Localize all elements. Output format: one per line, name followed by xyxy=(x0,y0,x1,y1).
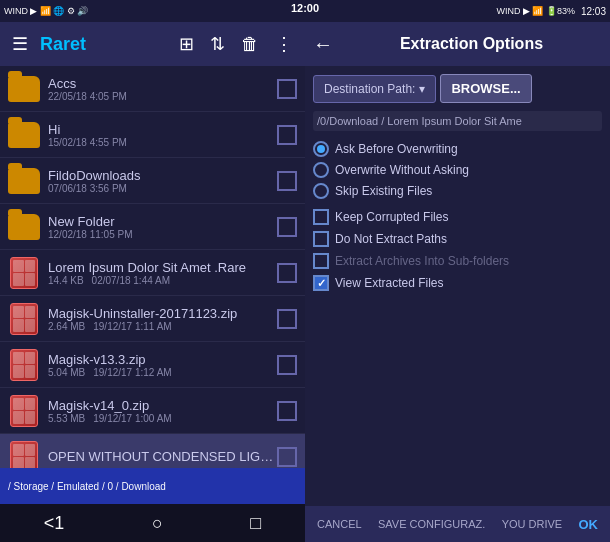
file-list: Accs 22/05/18 4:05 PM Hi 15/02/18 4:55 P… xyxy=(0,66,305,468)
file-checkbox-1[interactable] xyxy=(277,125,297,145)
file-name: New Folder xyxy=(48,214,277,229)
status-time: 12:00 xyxy=(291,2,319,14)
radio-inner-selected xyxy=(317,145,325,153)
save-button[interactable]: SAVE CONFIGURAZ. xyxy=(372,514,491,534)
zip-icon xyxy=(8,257,40,289)
list-item[interactable]: FildoDownloads 07/06/18 3:56 PM xyxy=(0,158,305,204)
bottom-bar-right: CANCEL SAVE CONFIGURAZ. YOU DRIVE OK xyxy=(305,506,610,542)
back-nav[interactable]: <1 xyxy=(44,513,65,534)
zip-icon xyxy=(8,349,40,381)
list-item[interactable]: Magisk-v13.3.zip 5.04 MB 19/12/17 1:12 A… xyxy=(0,342,305,388)
file-checkbox-7[interactable] xyxy=(277,401,297,421)
cb-box xyxy=(313,209,329,225)
file-date: 19/12/17 1:11 AM xyxy=(93,321,171,332)
nav-bar: <1 ○ □ xyxy=(0,504,305,542)
menu-icon[interactable]: ☰ xyxy=(8,29,32,59)
file-checkbox-5[interactable] xyxy=(277,309,297,329)
list-item[interactable]: OPEN WITHOUT CONDENSED LIGHT FONT BY xyxy=(0,434,305,468)
file-info: Magisk-v14_0.zip 5.53 MB 19/12/17 1:00 A… xyxy=(48,398,277,424)
list-item[interactable]: Hi 15/02/18 4:55 PM xyxy=(0,112,305,158)
checkbox-view-extracted[interactable]: ✓ View Extracted Files xyxy=(313,275,602,291)
folder-icon xyxy=(8,165,40,197)
file-info: OPEN WITHOUT CONDENSED LIGHT FONT BY xyxy=(48,449,277,464)
folder-icon xyxy=(8,73,40,105)
cb-box xyxy=(313,231,329,247)
back-icon[interactable]: ← xyxy=(313,33,333,56)
folder-icon xyxy=(8,211,40,243)
radio-outer xyxy=(313,183,329,199)
status-right: WIND ▶ 📶 🔋83% 12:03 xyxy=(496,6,606,17)
file-date: 07/06/18 3:56 PM xyxy=(48,183,127,194)
app-title: Raret xyxy=(40,34,167,55)
dest-label: Destination Path: xyxy=(324,82,415,96)
delete-icon[interactable]: 🗑 xyxy=(237,30,263,59)
file-name: FildoDownloads xyxy=(48,168,277,183)
file-name: Accs xyxy=(48,76,277,91)
radio-overwrite-without[interactable]: Overwrite Without Asking xyxy=(313,162,602,178)
file-meta: 22/05/18 4:05 PM xyxy=(48,91,277,102)
path-display: /0/Download / Lorem Ipsum Dolor Sit Ame xyxy=(313,111,602,131)
file-name: Magisk-Uninstaller-20171123.zip xyxy=(48,306,277,321)
home-nav[interactable]: ○ xyxy=(152,513,163,534)
checkbox-keep-corrupted[interactable]: Keep Corrupted Files xyxy=(313,209,602,225)
file-checkbox-6[interactable] xyxy=(277,355,297,375)
file-size: 14.4 KB xyxy=(48,275,84,286)
file-name: OPEN WITHOUT CONDENSED LIGHT FONT BY xyxy=(48,449,277,464)
file-info: Lorem Ipsum Dolor Sit Amet .Rare 14.4 KB… xyxy=(48,260,277,286)
more-icon[interactable]: ⋮ xyxy=(271,29,297,59)
status-right-text: WIND ▶ 📶 🔋83% xyxy=(496,6,575,16)
cb-box-checked: ✓ xyxy=(313,275,329,291)
radio-label: Ask Before Overwriting xyxy=(335,142,458,156)
zip-icon xyxy=(8,395,40,427)
bottom-bar-left: / Storage / Emulated / 0 / Download xyxy=(0,468,305,504)
radio-skip-existing[interactable]: Skip Existing Files xyxy=(313,183,602,199)
file-date: 19/12/17 1:12 AM xyxy=(93,367,171,378)
checkbox-no-extract-paths[interactable]: Do Not Extract Paths xyxy=(313,231,602,247)
file-meta: 2.64 MB 19/12/17 1:11 AM xyxy=(48,321,277,332)
status-left-text: WIND ▶ 📶 🌐 ⚙ 🔊 xyxy=(4,6,89,16)
list-item[interactable]: New Folder 12/02/18 11:05 PM xyxy=(0,204,305,250)
cancel-button[interactable]: CANCEL xyxy=(311,514,368,534)
right-panel: ← Extraction Options Destination Path: ▾… xyxy=(305,22,610,542)
file-checkbox-2[interactable] xyxy=(277,171,297,191)
folder-icon xyxy=(8,119,40,151)
file-date: 22/05/18 4:05 PM xyxy=(48,91,127,102)
file-date: 19/12/17 1:00 AM xyxy=(93,413,171,424)
file-size: 5.53 MB xyxy=(48,413,85,424)
cb-label: Do Not Extract Paths xyxy=(335,232,447,246)
list-item[interactable]: Magisk-Uninstaller-20171123.zip 2.64 MB … xyxy=(0,296,305,342)
file-name: Magisk-v14_0.zip xyxy=(48,398,277,413)
path-text: / Storage / Emulated / 0 / Download xyxy=(8,481,166,492)
file-info: Hi 15/02/18 4:55 PM xyxy=(48,122,277,148)
status-bar: WIND ▶ 📶 🌐 ⚙ 🔊 12:00 WIND ▶ 📶 🔋83% 12:03 xyxy=(0,0,610,22)
file-info: FildoDownloads 07/06/18 3:56 PM xyxy=(48,168,277,194)
dest-chevron: ▾ xyxy=(419,82,425,96)
file-checkbox-4[interactable] xyxy=(277,263,297,283)
list-item[interactable]: Magisk-v14_0.zip 5.53 MB 19/12/17 1:00 A… xyxy=(0,388,305,434)
status-left: WIND ▶ 📶 🌐 ⚙ 🔊 xyxy=(4,6,89,16)
destination-path-button[interactable]: Destination Path: ▾ xyxy=(313,75,436,103)
file-checkbox-0[interactable] xyxy=(277,79,297,99)
file-date: 12/02/18 11:05 PM xyxy=(48,229,133,240)
file-checkbox-3[interactable] xyxy=(277,217,297,237)
list-item[interactable]: Accs 22/05/18 4:05 PM xyxy=(0,66,305,112)
recent-nav[interactable]: □ xyxy=(250,513,261,534)
grid-icon[interactable]: ⊞ xyxy=(175,29,198,59)
file-meta: 15/02/18 4:55 PM xyxy=(48,137,277,148)
file-date: 02/07/18 1:44 AM xyxy=(92,275,170,286)
file-info: New Folder 12/02/18 11:05 PM xyxy=(48,214,277,240)
file-size: 2.64 MB xyxy=(48,321,85,332)
radio-outer xyxy=(313,141,329,157)
ok-button[interactable]: OK xyxy=(573,513,605,536)
file-meta: 12/02/18 11:05 PM xyxy=(48,229,277,240)
file-name: Hi xyxy=(48,122,277,137)
list-item[interactable]: Lorem Ipsum Dolor Sit Amet .Rare 14.4 KB… xyxy=(0,250,305,296)
zip-icon xyxy=(8,303,40,335)
sort-icon[interactable]: ⇅ xyxy=(206,29,229,59)
overwrite-options: Ask Before Overwriting Overwrite Without… xyxy=(313,141,602,199)
radio-ask-overwrite[interactable]: Ask Before Overwriting xyxy=(313,141,602,157)
file-checkbox-8[interactable] xyxy=(277,447,297,467)
browse-button[interactable]: BROWSE... xyxy=(440,74,531,103)
you-drive-button[interactable]: YOU DRIVE xyxy=(496,514,569,534)
checkbox-extract-subfolders[interactable]: Extract Archives Into Sub-folders xyxy=(313,253,602,269)
